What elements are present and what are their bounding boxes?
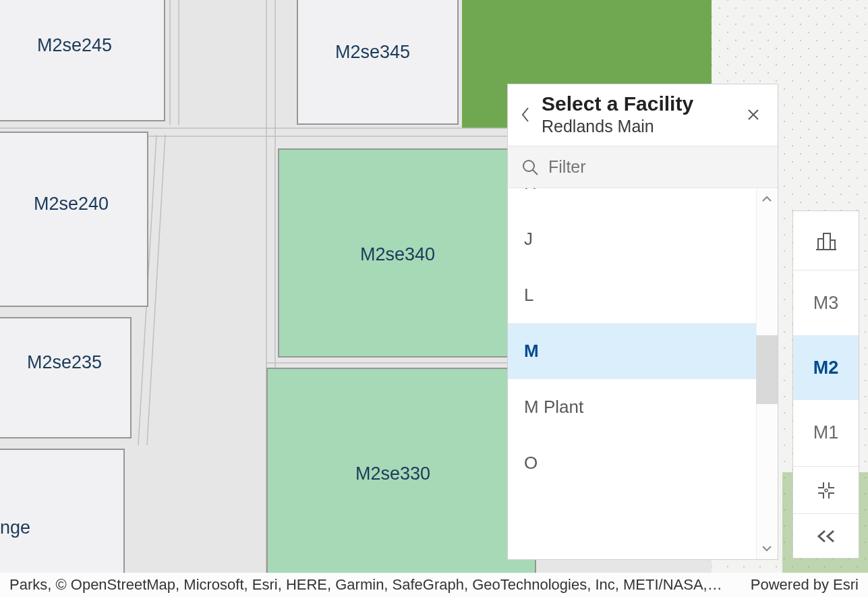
facility-list: HJLMM PlantO: [508, 188, 778, 559]
room-m2se245[interactable]: M2se245: [0, 0, 165, 121]
facility-item[interactable]: J: [508, 211, 756, 267]
room-lounge[interactable]: nge: [0, 449, 125, 573]
floor-level[interactable]: M2: [793, 335, 859, 400]
floor-level[interactable]: M3: [793, 271, 859, 335]
facility-item[interactable]: H: [508, 188, 756, 211]
room-m2se340[interactable]: M2se340: [278, 148, 527, 358]
browse-facilities-button[interactable]: [793, 211, 859, 271]
svg-line-3: [147, 135, 165, 445]
room-label: M2se330: [355, 463, 430, 484]
facility-item[interactable]: M Plant: [508, 379, 756, 435]
filter-row: [508, 146, 778, 188]
room-label: M2se345: [335, 42, 410, 63]
attribution-bar: Parks, © OpenStreetMap, Microsoft, Esri,…: [0, 573, 868, 597]
room-m2se240[interactable]: M2se240: [0, 132, 148, 307]
attribution-text: Parks, © OpenStreetMap, Microsoft, Esri,…: [9, 576, 722, 594]
zoom-to-button[interactable]: [793, 466, 859, 513]
chevron-left-icon: [521, 107, 530, 123]
room-label: M2se340: [360, 244, 435, 265]
panel-title: Select a Facility: [542, 92, 741, 115]
powered-by[interactable]: Powered by Esri: [751, 576, 859, 594]
scroll-up-icon[interactable]: [760, 192, 774, 206]
room-m2se345[interactable]: M2se345: [297, 0, 459, 125]
svg-line-10: [533, 170, 538, 175]
chevron-double-left-icon: [815, 528, 838, 544]
room-m2se235[interactable]: M2se235: [0, 317, 132, 438]
facility-item[interactable]: M: [508, 323, 756, 379]
room-label: M2se245: [37, 35, 112, 56]
floor-level[interactable]: M1: [793, 400, 859, 465]
scrollbar-track[interactable]: [756, 188, 778, 559]
close-button[interactable]: [741, 103, 765, 127]
room-label: M2se240: [34, 194, 109, 215]
svg-point-11: [825, 489, 828, 492]
floor-picker: M3M2M1: [792, 210, 859, 559]
buildings-icon: [815, 229, 838, 252]
facility-item[interactable]: O: [508, 435, 756, 491]
facility-selector-panel: Select a Facility Redlands Main HJLMM Pl…: [507, 84, 778, 560]
room-label: nge: [0, 517, 30, 538]
filter-input[interactable]: [548, 157, 764, 177]
search-icon: [521, 159, 539, 176]
svg-point-9: [523, 161, 534, 171]
scrollbar-thumb[interactable]: [756, 335, 778, 404]
room-m2se330[interactable]: M2se330: [266, 368, 536, 573]
back-button[interactable]: [513, 103, 538, 127]
close-icon: [747, 108, 760, 121]
panel-header: Select a Facility Redlands Main: [508, 84, 778, 146]
panel-subtitle: Redlands Main: [542, 117, 741, 136]
zoom-to-icon: [815, 480, 837, 501]
collapse-button[interactable]: [793, 513, 859, 558]
scroll-down-icon[interactable]: [760, 542, 774, 555]
facility-item[interactable]: L: [508, 267, 756, 323]
room-label: M2se235: [27, 352, 102, 373]
